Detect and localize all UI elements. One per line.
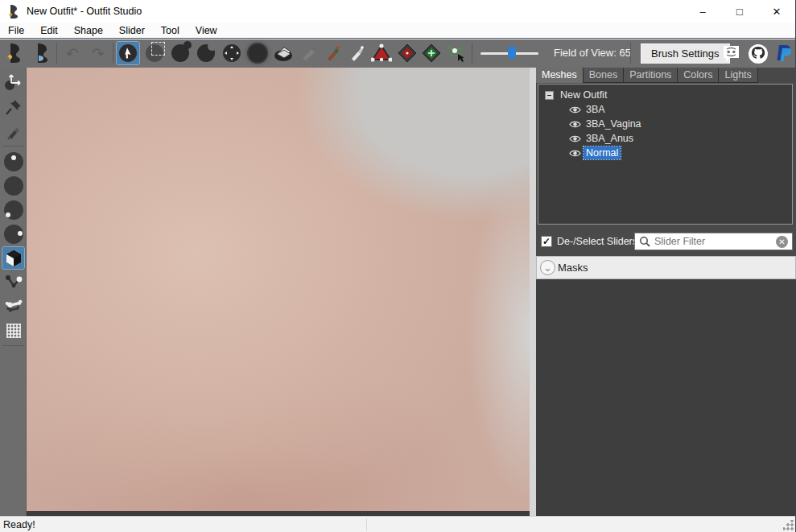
slider-filter-box: ✕ bbox=[634, 233, 793, 250]
status-separator bbox=[366, 518, 367, 531]
tree-root-label[interactable]: New Outfit bbox=[560, 89, 607, 101]
tab-bones[interactable]: Bones bbox=[584, 68, 624, 83]
vertex-cursor-icon bbox=[445, 43, 466, 63]
eye-visibility-icon[interactable] bbox=[569, 149, 581, 158]
new-project-button[interactable] bbox=[3, 42, 26, 64]
side-toolbar-separator bbox=[2, 345, 23, 346]
load-project-button[interactable] bbox=[31, 42, 53, 64]
main-area: Meshes Bones Partitions Colors Lights Ne… bbox=[0, 68, 795, 516]
brush-falloff-d-icon bbox=[4, 225, 23, 244]
tree-item[interactable]: 3BA_Anus bbox=[538, 131, 792, 146]
tree-item-label[interactable]: 3BA bbox=[584, 103, 608, 116]
mesh-tree: New Outfit 3BA 3BA_Vagina 3BA_Anus Norma… bbox=[538, 84, 793, 225]
eye-visibility-icon[interactable] bbox=[569, 105, 581, 114]
move-brush-button[interactable] bbox=[221, 42, 243, 64]
undo-button[interactable]: ↶ bbox=[61, 42, 84, 64]
viewport-3d[interactable] bbox=[27, 68, 530, 511]
deflate-brush-button[interactable] bbox=[195, 42, 217, 64]
brush-dot-left-button[interactable] bbox=[2, 199, 24, 221]
deflate-brush-icon bbox=[197, 44, 215, 62]
vertex-edge-icon bbox=[4, 273, 23, 292]
select-tool-button[interactable] bbox=[117, 42, 139, 64]
brush-dot-top-button[interactable] bbox=[2, 151, 24, 172]
toolbar-separator bbox=[630, 43, 631, 64]
menu-file[interactable]: File bbox=[0, 23, 32, 38]
xmirror-toggle-button[interactable] bbox=[396, 42, 419, 64]
alpha-brush-button[interactable] bbox=[346, 42, 369, 64]
slider-filter-input[interactable] bbox=[654, 236, 776, 247]
brush-dot-right-button[interactable] bbox=[2, 223, 24, 245]
tab-meshes[interactable]: Meshes bbox=[536, 68, 584, 83]
mask-brush-icon bbox=[146, 44, 163, 62]
title-bar: New Outfit* - Outfit Studio – □ ✕ bbox=[0, 0, 795, 23]
window-title: New Outfit* - Outfit Studio bbox=[27, 6, 142, 17]
clear-filter-icon[interactable]: ✕ bbox=[776, 236, 788, 248]
airbrush-gray-icon bbox=[300, 44, 318, 62]
grid-tool-button[interactable] bbox=[2, 320, 24, 341]
toolbar-separator bbox=[56, 43, 57, 64]
transform-tool-button[interactable] bbox=[2, 71, 24, 93]
menu-edit[interactable]: Edit bbox=[32, 23, 66, 38]
close-button[interactable]: ✕ bbox=[758, 0, 795, 23]
triangle-mode-button[interactable] bbox=[370, 42, 393, 64]
undo-icon: ↶ bbox=[66, 44, 79, 63]
maximize-button[interactable]: □ bbox=[721, 0, 758, 23]
tree-item[interactable]: 3BA bbox=[538, 102, 792, 117]
github-link[interactable] bbox=[747, 43, 769, 64]
triangle-vertices-icon bbox=[371, 43, 392, 63]
menu-shape[interactable]: Shape bbox=[66, 23, 111, 38]
brush-settings-button[interactable]: Brush Settings bbox=[641, 43, 730, 64]
tab-partitions[interactable]: Partitions bbox=[624, 68, 678, 83]
tree-item-label[interactable]: 3BA_Vagina bbox=[584, 118, 644, 130]
eye-visibility-icon[interactable] bbox=[569, 120, 581, 129]
paintbrush-white-icon bbox=[349, 44, 366, 62]
menu-bar: File Edit Shape Slider Tool View bbox=[0, 23, 795, 39]
smooth-brush-icon bbox=[249, 44, 266, 62]
masks-section-header[interactable]: ⌄ Masks bbox=[536, 256, 796, 279]
pin-tool-button[interactable] bbox=[2, 96, 24, 118]
inflate-brush-button[interactable] bbox=[169, 42, 192, 64]
menu-tool[interactable]: Tool bbox=[153, 23, 188, 38]
undiff-brush-button[interactable] bbox=[272, 42, 295, 64]
menu-slider[interactable]: Slider bbox=[111, 23, 153, 38]
tree-item-label[interactable]: 3BA_Anus bbox=[584, 132, 636, 145]
tree-root-row[interactable]: New Outfit bbox=[538, 88, 792, 102]
minimize-button[interactable]: – bbox=[684, 0, 721, 23]
fov-slider[interactable] bbox=[480, 47, 538, 60]
discord-link[interactable] bbox=[720, 43, 742, 64]
collapse-toggle-icon[interactable] bbox=[545, 91, 554, 100]
eye-visibility-icon[interactable] bbox=[569, 134, 581, 143]
redo-button[interactable]: ↷ bbox=[87, 42, 109, 64]
outfit-studio-window: New Outfit* - Outfit Studio – □ ✕ File E… bbox=[0, 0, 796, 532]
red-diamond-icon bbox=[398, 43, 417, 63]
deselect-sliders-label: De-/Select Sliders bbox=[557, 236, 637, 247]
tab-lights[interactable]: Lights bbox=[719, 68, 757, 83]
fov-slider-thumb[interactable] bbox=[508, 47, 516, 60]
bone-tool-button[interactable] bbox=[2, 295, 24, 317]
chevron-down-icon[interactable]: ⌄ bbox=[540, 260, 555, 275]
panel-splitter[interactable] bbox=[530, 68, 536, 516]
connected-only-toggle-button[interactable] bbox=[420, 42, 443, 64]
vertex-select-button[interactable] bbox=[444, 42, 467, 64]
resize-grip[interactable] bbox=[783, 520, 794, 530]
paypal-link[interactable] bbox=[773, 43, 794, 64]
pen-icon bbox=[5, 123, 23, 141]
tree-item[interactable]: 3BA_Vagina bbox=[538, 117, 792, 131]
green-diamond-icon bbox=[422, 43, 441, 63]
weight-brush-button[interactable] bbox=[298, 42, 320, 64]
brush-plain-button[interactable] bbox=[2, 175, 24, 196]
load-project-body-icon bbox=[32, 43, 52, 64]
github-icon bbox=[748, 43, 769, 64]
deselect-sliders-checkbox[interactable]: ✓ bbox=[541, 236, 552, 247]
edge-tool-button[interactable] bbox=[2, 271, 24, 293]
color-brush-button[interactable] bbox=[322, 42, 344, 64]
new-project-body-icon bbox=[5, 43, 24, 64]
smooth-brush-button[interactable] bbox=[246, 42, 269, 64]
tree-item-label-selected[interactable]: Normal bbox=[584, 146, 621, 159]
tree-item[interactable]: Normal bbox=[538, 146, 792, 160]
menu-view[interactable]: View bbox=[188, 23, 225, 38]
tab-colors[interactable]: Colors bbox=[678, 68, 719, 83]
textured-view-button[interactable] bbox=[2, 247, 24, 269]
vertex-paint-tool-button[interactable] bbox=[2, 121, 24, 142]
mask-brush-button[interactable] bbox=[143, 42, 166, 64]
